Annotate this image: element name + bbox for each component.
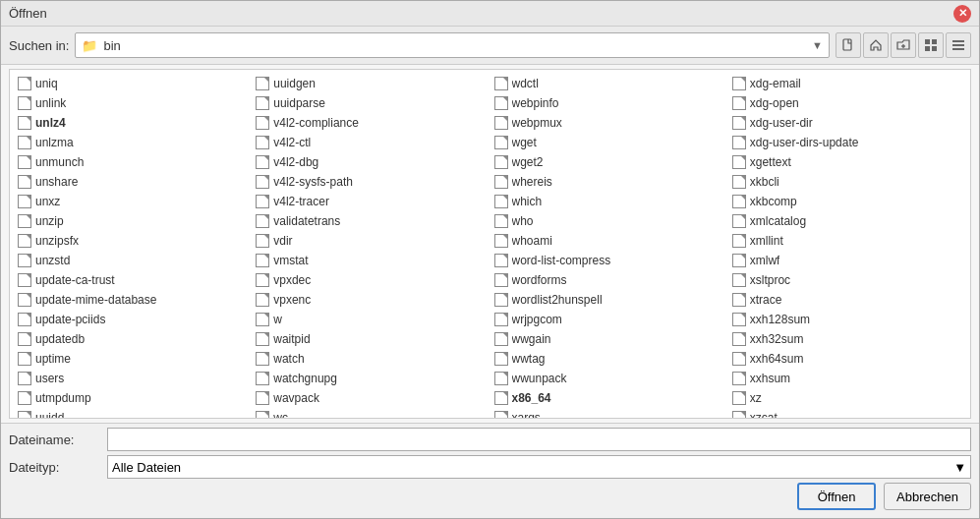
list-item[interactable]: updatedb	[14, 329, 252, 349]
list-item[interactable]: vpxdec	[252, 270, 490, 290]
list-item[interactable]: xkbcli	[728, 172, 966, 192]
file-icon	[494, 77, 508, 90]
cancel-button[interactable]: Abbrechen	[884, 483, 971, 510]
list-item[interactable]: webpmux	[490, 113, 728, 133]
list-item[interactable]: update-pciids	[14, 310, 252, 329]
list-item[interactable]: v4l2-sysfs-path	[252, 172, 490, 192]
file-icon	[256, 391, 269, 405]
list-item[interactable]: xdg-user-dirs-update	[728, 133, 966, 152]
list-item[interactable]: wget2	[490, 152, 728, 172]
list-item[interactable]: waitpid	[252, 329, 490, 349]
list-item[interactable]: utmpdump	[14, 388, 252, 408]
new-folder-button[interactable]	[891, 32, 916, 58]
file-icon	[18, 175, 31, 189]
list-item[interactable]: webpinfo	[490, 93, 728, 113]
list-item[interactable]: xdg-open	[728, 93, 966, 113]
list-item[interactable]: xzcat	[728, 408, 966, 419]
list-item[interactable]: vdir	[252, 231, 490, 251]
list-item[interactable]: watch	[252, 349, 490, 369]
list-item[interactable]: wwgain	[490, 329, 728, 349]
new-file-button[interactable]	[836, 32, 861, 58]
list-item[interactable]: unzipsfx	[14, 231, 252, 251]
list-item[interactable]: unlink	[14, 93, 252, 113]
file-name: v4l2-dbg	[273, 155, 318, 169]
list-item[interactable]: wc	[252, 408, 490, 419]
list-item[interactable]: xtrace	[728, 290, 966, 310]
path-combobox[interactable]: 📁 bin ▼	[75, 32, 830, 58]
list-item[interactable]: xsltproc	[728, 270, 966, 290]
filetype-select[interactable]: Alle Dateien ▼	[107, 455, 971, 479]
list-item[interactable]: uuidparse	[252, 93, 490, 113]
list-item[interactable]: xargs	[490, 408, 728, 419]
list-item[interactable]: xmlwf	[728, 251, 966, 270]
list-item[interactable]: xdg-user-dir	[728, 113, 966, 133]
list-item[interactable]: uniq	[14, 74, 252, 93]
list-item[interactable]: unlzma	[14, 133, 252, 152]
list-item[interactable]: whoami	[490, 231, 728, 251]
svg-rect-3	[925, 39, 930, 44]
file-icon	[494, 313, 508, 326]
list-item[interactable]: xkbcomp	[728, 192, 966, 211]
icon-view-button[interactable]	[918, 32, 944, 58]
list-item[interactable]: xdg-email	[728, 74, 966, 93]
list-item[interactable]: unlz4	[14, 113, 252, 133]
file-icon	[18, 234, 31, 248]
file-icon	[494, 352, 508, 366]
list-item[interactable]: users	[14, 369, 252, 388]
list-item[interactable]: v4l2-dbg	[252, 152, 490, 172]
list-item[interactable]: wwunpack	[490, 369, 728, 388]
list-item[interactable]: wwtag	[490, 349, 728, 369]
file-name: unmunch	[35, 155, 84, 169]
file-icon	[256, 175, 269, 189]
list-item[interactable]: v4l2-compliance	[252, 113, 490, 133]
list-item[interactable]: unxz	[14, 192, 252, 211]
list-item[interactable]: wavpack	[252, 388, 490, 408]
list-item[interactable]: vmstat	[252, 251, 490, 270]
list-item[interactable]: wdctl	[490, 74, 728, 93]
list-item[interactable]: w	[252, 310, 490, 329]
svg-rect-0	[843, 39, 851, 50]
list-item[interactable]: unshare	[14, 172, 252, 192]
list-item[interactable]: wordforms	[490, 270, 728, 290]
list-item[interactable]: wrjpgcom	[490, 310, 728, 329]
list-item[interactable]: xxh64sum	[728, 349, 966, 369]
list-item[interactable]: unzip	[14, 211, 252, 231]
list-item[interactable]: xmllint	[728, 231, 966, 251]
list-item[interactable]: which	[490, 192, 728, 211]
list-item[interactable]: update-ca-trust	[14, 270, 252, 290]
open-button[interactable]: Öffnen	[797, 483, 876, 510]
list-item[interactable]: xz	[728, 388, 966, 408]
list-item[interactable]: uptime	[14, 349, 252, 369]
filename-input[interactable]	[107, 428, 971, 451]
file-name: watchgnupg	[273, 372, 337, 385]
filetype-label: Dateityp:	[9, 460, 107, 475]
file-icon	[256, 155, 269, 169]
list-item[interactable]: word-list-compress	[490, 251, 728, 270]
list-item[interactable]: vpxenc	[252, 290, 490, 310]
list-item[interactable]: uuidd	[14, 408, 252, 419]
list-item[interactable]: watchgnupg	[252, 369, 490, 388]
file-name: vpxenc	[273, 293, 311, 307]
list-item[interactable]: update-mime-database	[14, 290, 252, 310]
list-item[interactable]: wordlist2hunspell	[490, 290, 728, 310]
list-item[interactable]: validatetrans	[252, 211, 490, 231]
list-item[interactable]: xxh32sum	[728, 329, 966, 349]
list-item[interactable]: whereis	[490, 172, 728, 192]
list-item[interactable]: x86_64	[490, 388, 728, 408]
list-item[interactable]: xxh128sum	[728, 310, 966, 329]
file-name: xxh64sum	[750, 352, 804, 366]
list-item[interactable]: unmunch	[14, 152, 252, 172]
list-item[interactable]: xgettext	[728, 152, 966, 172]
list-item[interactable]: who	[490, 211, 728, 231]
list-view-button[interactable]	[946, 32, 971, 58]
home-button[interactable]	[863, 32, 889, 58]
list-item[interactable]: uuidgen	[252, 74, 490, 93]
list-item[interactable]: xmlcatalog	[728, 211, 966, 231]
list-item[interactable]: v4l2-tracer	[252, 192, 490, 211]
list-item[interactable]: v4l2-ctl	[252, 133, 490, 152]
list-item[interactable]: wget	[490, 133, 728, 152]
list-item[interactable]: xxhsum	[728, 369, 966, 388]
close-button[interactable]: ✕	[953, 5, 971, 23]
list-item[interactable]: unzstd	[14, 251, 252, 270]
file-name: uptime	[35, 352, 71, 366]
